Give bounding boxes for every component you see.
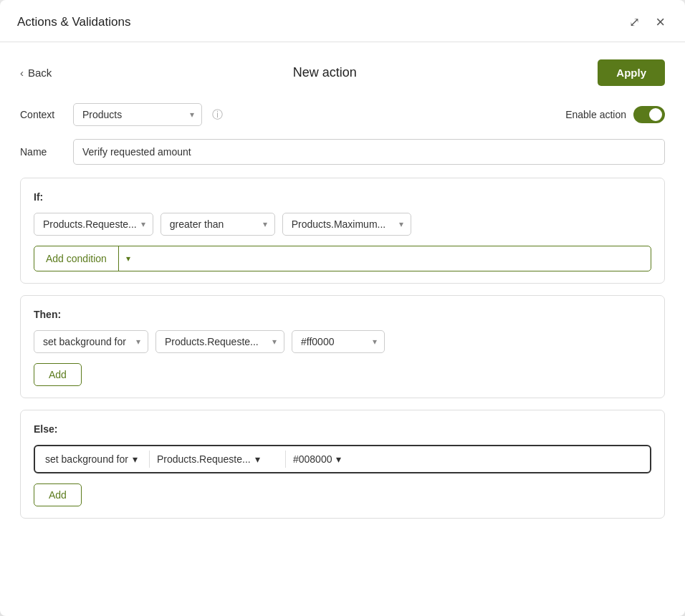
modal-header: Actions & Validations ⤢ × [0,0,685,42]
add-condition-dropdown-button[interactable]: ▾ [119,248,138,269]
if-left-select[interactable]: Products.Requeste... ▾ [34,213,153,236]
if-operator-select[interactable]: greater than ▾ [161,213,275,236]
apply-button[interactable]: Apply [598,59,665,86]
enable-action-toggle[interactable] [633,106,665,123]
then-color-select[interactable]: #ff0000 ▾ [292,330,385,353]
name-label: Name [20,146,63,158]
if-right-value: Products.Maximum... [292,218,385,230]
if-section: If: Products.Requeste... ▾ greater than … [20,178,665,284]
modal-body: ‹ Back New action Apply Context Products… [0,42,685,616]
else-type-select[interactable]: set background for ▾ [41,451,142,468]
then-type-select[interactable]: set background for ▾ [34,330,148,353]
enable-action-container: Enable action [565,106,665,123]
if-label: If: [34,191,651,203]
then-field-select[interactable]: Products.Requeste... ▾ [155,330,284,353]
name-row: Name [20,139,665,165]
if-condition-row: Products.Requeste... ▾ greater than ▾ Pr… [34,213,651,236]
if-left-value: Products.Requeste... [43,218,137,230]
else-field-value: Products.Requeste... [157,453,251,465]
back-button[interactable]: ‹ Back [20,67,52,79]
then-section: Then: set background for ▾ Products.Requ… [20,295,665,398]
if-operator-value: greater than [170,218,224,230]
action-title: New action [293,65,357,80]
else-color-select[interactable]: #008000 ▾ [285,451,378,468]
else-field-chevron-icon: ▾ [255,453,260,465]
then-label: Then: [34,309,651,320]
then-color-chevron-icon: ▾ [373,337,377,347]
then-type-chevron-icon: ▾ [136,337,140,347]
else-field-select[interactable]: Products.Requeste... ▾ [149,451,278,468]
if-right-chevron-icon: ▾ [399,219,403,229]
modal-title: Actions & Validations [17,15,130,29]
close-icon: × [656,13,665,31]
else-add-button[interactable]: Add [34,483,82,506]
add-condition-main-button[interactable]: Add condition [34,247,118,270]
info-icon[interactable]: ⓘ [212,108,223,122]
then-field-value: Products.Requeste... [165,336,259,347]
context-label: Context [20,109,63,120]
else-color-value: #008000 [293,453,332,465]
if-left-chevron-icon: ▾ [141,219,145,229]
context-chevron-icon: ▾ [190,110,194,120]
expand-icon: ⤢ [629,15,640,29]
then-add-button[interactable]: Add [34,363,82,386]
else-color-chevron-icon: ▾ [336,453,341,465]
context-value: Products [82,109,122,120]
then-color-value: #ff0000 [301,336,334,347]
else-action-row-highlighted: set background for ▾ Products.Requeste..… [34,445,651,473]
modal: Actions & Validations ⤢ × ‹ Back New act… [0,0,685,616]
context-row: Context Products ▾ ⓘ Enable action [20,103,665,126]
else-section: Else: set background for ▾ Products.Requ… [20,410,665,519]
then-type-value: set background for [43,336,126,347]
expand-button[interactable]: ⤢ [626,14,643,30]
back-label: Back [28,67,52,79]
add-condition-button[interactable]: Add condition ▾ [34,246,651,271]
modal-header-actions: ⤢ × [626,13,668,32]
else-type-value: set background for [45,453,128,465]
then-field-chevron-icon: ▾ [272,337,277,347]
if-right-select[interactable]: Products.Maximum... ▾ [282,213,411,236]
then-action-row: set background for ▾ Products.Requeste..… [34,330,651,353]
context-select[interactable]: Products ▾ [73,103,202,126]
close-button[interactable]: × [653,13,668,32]
else-label: Else: [34,423,651,435]
name-input[interactable] [73,139,665,165]
top-bar: ‹ Back New action Apply [20,59,665,86]
else-type-chevron-icon: ▾ [133,453,138,465]
if-operator-chevron-icon: ▾ [263,219,267,229]
enable-action-label: Enable action [565,109,626,120]
back-chevron-icon: ‹ [20,67,24,79]
